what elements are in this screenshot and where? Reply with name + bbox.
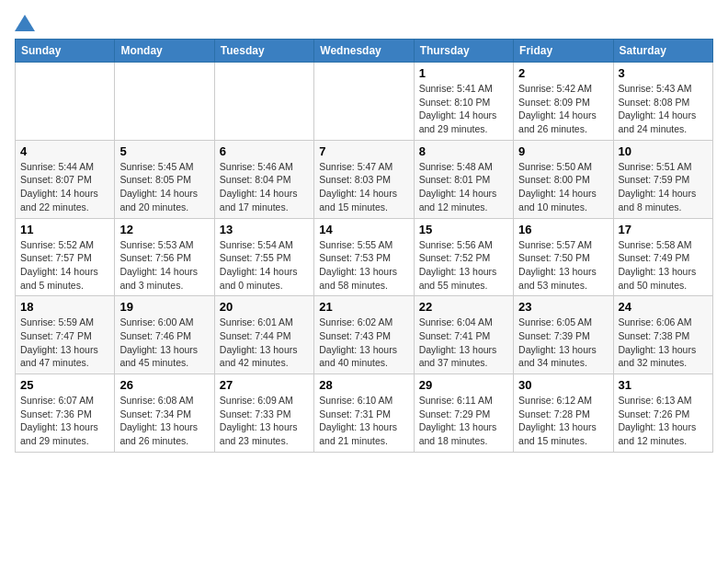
day-info: Sunrise: 5:59 AMSunset: 7:47 PMDaylight:…: [20, 316, 109, 370]
day-cell: 7Sunrise: 5:47 AMSunset: 8:03 PMDaylight…: [314, 140, 414, 218]
day-cell: 16Sunrise: 5:57 AMSunset: 7:50 PMDayligh…: [514, 218, 613, 296]
day-number: 22: [419, 300, 508, 314]
day-info: Sunrise: 5:47 AMSunset: 8:03 PMDaylight:…: [319, 160, 408, 214]
day-cell: 17Sunrise: 5:58 AMSunset: 7:49 PMDayligh…: [613, 218, 712, 296]
day-number: 13: [220, 223, 309, 236]
header: [15, 15, 713, 31]
day-info: Sunrise: 5:41 AMSunset: 8:10 PMDaylight:…: [419, 82, 508, 136]
day-header-monday: Monday: [115, 40, 214, 63]
day-info: Sunrise: 5:57 AMSunset: 7:50 PMDaylight:…: [518, 238, 608, 293]
day-cell: 1Sunrise: 5:41 AMSunset: 8:10 PMDaylight…: [414, 63, 513, 141]
calendar-body: 1Sunrise: 5:41 AMSunset: 8:10 PMDaylight…: [16, 63, 713, 453]
day-cell: 11Sunrise: 5:52 AMSunset: 7:57 PMDayligh…: [16, 218, 115, 296]
day-info: Sunrise: 6:13 AMSunset: 7:26 PMDaylight:…: [619, 394, 708, 448]
day-cell: 31Sunrise: 6:13 AMSunset: 7:26 PMDayligh…: [613, 374, 712, 453]
calendar-table: SundayMondayTuesdayWednesdayThursdayFrid…: [15, 39, 713, 453]
day-header-row: SundayMondayTuesdayWednesdayThursdayFrid…: [16, 40, 713, 63]
day-number: 1: [419, 66, 508, 80]
logo-icon: [15, 15, 35, 31]
day-number: 6: [220, 144, 309, 158]
day-header-friday: Friday: [514, 40, 613, 63]
day-info: Sunrise: 5:56 AMSunset: 7:52 PMDaylight:…: [419, 238, 508, 293]
day-number: 5: [119, 144, 209, 158]
day-header-sunday: Sunday: [16, 40, 115, 63]
day-cell: [16, 63, 115, 141]
day-cell: 19Sunrise: 6:00 AMSunset: 7:46 PMDayligh…: [115, 296, 214, 374]
day-header-tuesday: Tuesday: [214, 40, 313, 63]
day-info: Sunrise: 6:09 AMSunset: 7:33 PMDaylight:…: [220, 394, 309, 448]
day-cell: 27Sunrise: 6:09 AMSunset: 7:33 PMDayligh…: [214, 374, 313, 453]
day-number: 19: [119, 300, 209, 314]
day-cell: 25Sunrise: 6:07 AMSunset: 7:36 PMDayligh…: [16, 374, 115, 453]
day-number: 14: [319, 223, 408, 236]
day-info: Sunrise: 6:12 AMSunset: 7:28 PMDaylight:…: [518, 394, 608, 448]
day-number: 31: [619, 378, 708, 392]
day-info: Sunrise: 6:08 AMSunset: 7:34 PMDaylight:…: [119, 394, 209, 448]
day-cell: 23Sunrise: 6:05 AMSunset: 7:39 PMDayligh…: [514, 296, 613, 374]
week-row-4: 18Sunrise: 5:59 AMSunset: 7:47 PMDayligh…: [16, 296, 713, 374]
day-cell: 5Sunrise: 5:45 AMSunset: 8:05 PMDaylight…: [115, 140, 214, 218]
day-info: Sunrise: 6:00 AMSunset: 7:46 PMDaylight:…: [119, 316, 209, 370]
day-info: Sunrise: 6:07 AMSunset: 7:36 PMDaylight:…: [20, 394, 109, 448]
day-cell: 2Sunrise: 5:42 AMSunset: 8:09 PMDaylight…: [514, 63, 613, 141]
day-info: Sunrise: 6:06 AMSunset: 7:38 PMDaylight:…: [619, 316, 708, 370]
day-number: 15: [419, 223, 508, 236]
day-number: 26: [119, 378, 209, 392]
day-cell: 18Sunrise: 5:59 AMSunset: 7:47 PMDayligh…: [16, 296, 115, 374]
day-number: 17: [619, 223, 708, 236]
day-info: Sunrise: 5:43 AMSunset: 8:08 PMDaylight:…: [619, 82, 708, 136]
day-number: 23: [518, 300, 608, 314]
day-number: 27: [220, 378, 309, 392]
day-number: 25: [20, 378, 109, 392]
day-info: Sunrise: 5:45 AMSunset: 8:05 PMDaylight:…: [119, 160, 209, 214]
day-cell: 28Sunrise: 6:10 AMSunset: 7:31 PMDayligh…: [314, 374, 414, 453]
day-cell: 12Sunrise: 5:53 AMSunset: 7:56 PMDayligh…: [115, 218, 214, 296]
day-cell: 29Sunrise: 6:11 AMSunset: 7:29 PMDayligh…: [414, 374, 513, 453]
day-cell: 9Sunrise: 5:50 AMSunset: 8:00 PMDaylight…: [514, 140, 613, 218]
day-cell: [214, 63, 313, 141]
day-info: Sunrise: 5:58 AMSunset: 7:49 PMDaylight:…: [619, 238, 708, 293]
day-number: 3: [619, 66, 708, 80]
day-number: 11: [20, 223, 109, 236]
day-number: 10: [619, 144, 708, 158]
day-cell: 21Sunrise: 6:02 AMSunset: 7:43 PMDayligh…: [314, 296, 414, 374]
day-number: 16: [518, 223, 608, 236]
day-info: Sunrise: 6:01 AMSunset: 7:44 PMDaylight:…: [220, 316, 309, 370]
logo: [15, 15, 35, 31]
day-cell: 14Sunrise: 5:55 AMSunset: 7:53 PMDayligh…: [314, 218, 414, 296]
day-cell: [115, 63, 214, 141]
day-cell: 8Sunrise: 5:48 AMSunset: 8:01 PMDaylight…: [414, 140, 513, 218]
day-number: 9: [518, 144, 608, 158]
day-cell: 3Sunrise: 5:43 AMSunset: 8:08 PMDaylight…: [613, 63, 712, 141]
day-number: 28: [319, 378, 408, 392]
day-info: Sunrise: 6:02 AMSunset: 7:43 PMDaylight:…: [319, 316, 408, 370]
day-info: Sunrise: 5:50 AMSunset: 8:00 PMDaylight:…: [518, 160, 608, 214]
day-cell: 10Sunrise: 5:51 AMSunset: 7:59 PMDayligh…: [613, 140, 712, 218]
day-cell: 4Sunrise: 5:44 AMSunset: 8:07 PMDaylight…: [16, 140, 115, 218]
day-info: Sunrise: 6:11 AMSunset: 7:29 PMDaylight:…: [419, 394, 508, 448]
day-info: Sunrise: 5:51 AMSunset: 7:59 PMDaylight:…: [619, 160, 708, 214]
day-info: Sunrise: 5:54 AMSunset: 7:55 PMDaylight:…: [220, 238, 309, 293]
day-info: Sunrise: 5:46 AMSunset: 8:04 PMDaylight:…: [220, 160, 309, 214]
day-cell: 30Sunrise: 6:12 AMSunset: 7:28 PMDayligh…: [514, 374, 613, 453]
week-row-2: 4Sunrise: 5:44 AMSunset: 8:07 PMDaylight…: [16, 140, 713, 218]
day-number: 30: [518, 378, 608, 392]
day-info: Sunrise: 5:48 AMSunset: 8:01 PMDaylight:…: [419, 160, 508, 214]
day-header-wednesday: Wednesday: [314, 40, 414, 63]
day-info: Sunrise: 6:05 AMSunset: 7:39 PMDaylight:…: [518, 316, 608, 370]
week-row-1: 1Sunrise: 5:41 AMSunset: 8:10 PMDaylight…: [16, 63, 713, 141]
day-number: 7: [319, 144, 408, 158]
day-header-saturday: Saturday: [613, 40, 712, 63]
day-info: Sunrise: 5:44 AMSunset: 8:07 PMDaylight:…: [20, 160, 109, 214]
day-number: 8: [419, 144, 508, 158]
day-number: 24: [619, 300, 708, 314]
day-number: 21: [319, 300, 408, 314]
day-cell: 20Sunrise: 6:01 AMSunset: 7:44 PMDayligh…: [214, 296, 313, 374]
svg-marker-0: [15, 15, 35, 31]
day-header-thursday: Thursday: [414, 40, 513, 63]
day-number: 20: [220, 300, 309, 314]
week-row-5: 25Sunrise: 6:07 AMSunset: 7:36 PMDayligh…: [16, 374, 713, 453]
day-number: 18: [20, 300, 109, 314]
day-cell: 15Sunrise: 5:56 AMSunset: 7:52 PMDayligh…: [414, 218, 513, 296]
day-info: Sunrise: 6:10 AMSunset: 7:31 PMDaylight:…: [319, 394, 408, 448]
